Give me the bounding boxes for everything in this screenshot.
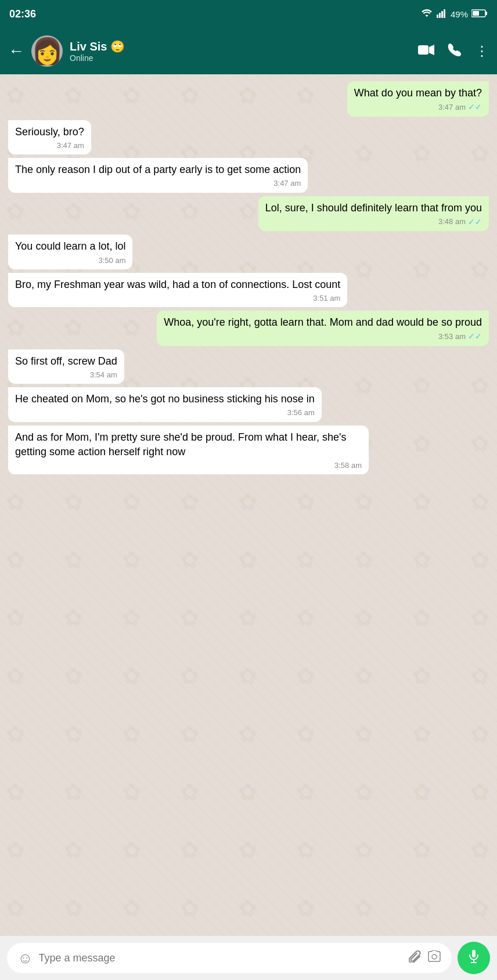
message-row: Whoa, you're right, gotta learn that. Mo… (8, 311, 489, 346)
status-time: 02:36 (9, 8, 36, 20)
camera-button[interactable] (427, 950, 441, 965)
contact-info: Liv Sis 🙄 Online (70, 39, 411, 63)
svg-rect-6 (485, 12, 487, 15)
message-text: You could learn a lot, lol (15, 240, 125, 252)
message-row: So first off, screw Dad3:54 am (8, 350, 489, 384)
contact-status: Online (70, 53, 411, 63)
message-text: Bro, my Freshman year was wild, had a to… (15, 279, 340, 290)
message-row: And as for Mom, I'm pretty sure she'd be… (8, 426, 489, 475)
message-text: Lol, sure, I should definitely learn tha… (265, 202, 482, 214)
svg-marker-8 (429, 45, 434, 55)
chat-body: What do you mean by that?3:47 am✓✓Seriou… (0, 74, 497, 936)
message-text: So first off, screw Dad (15, 355, 117, 367)
svg-point-9 (432, 954, 437, 959)
message-text: Seriously, bro? (15, 126, 84, 138)
contact-avatar: 👩 (31, 35, 63, 67)
incoming-bubble: Seriously, bro?3:47 am (8, 120, 91, 154)
message-row: Seriously, bro?3:47 am (8, 120, 489, 154)
menu-button[interactable]: ⋮ (475, 43, 489, 59)
outgoing-bubble: Lol, sure, I should definitely learn tha… (258, 196, 489, 232)
message-input-wrapper: ☺ (7, 943, 452, 973)
outgoing-bubble: Whoa, you're right, gotta learn that. Mo… (157, 311, 489, 346)
message-time: 3:53 am (438, 332, 466, 342)
contact-name: Liv Sis 🙄 (70, 39, 411, 53)
status-bar: 02:36 49% (0, 0, 497, 28)
message-row: You could learn a lot, lol3:50 am (8, 235, 489, 269)
video-call-button[interactable] (418, 44, 434, 59)
input-bar: ☺ (0, 936, 497, 980)
message-text: Whoa, you're right, gotta learn that. Mo… (164, 316, 482, 328)
message-time: 3:50 am (98, 255, 125, 266)
message-row: Bro, my Freshman year was wild, had a to… (8, 273, 489, 307)
battery-percentage: 49% (451, 9, 468, 19)
incoming-bubble: And as for Mom, I'm pretty sure she'd be… (8, 426, 369, 475)
message-time: 3:58 am (334, 460, 362, 471)
message-time: 3:56 am (287, 408, 315, 418)
svg-rect-3 (444, 9, 445, 18)
message-ticks: ✓✓ (468, 331, 482, 343)
message-text: And as for Mom, I'm pretty sure she'd be… (15, 431, 347, 457)
svg-rect-1 (439, 13, 441, 18)
message-time: 3:47 am (273, 178, 301, 189)
message-input[interactable] (39, 952, 403, 964)
message-row: What do you mean by that?3:47 am✓✓ (8, 81, 489, 117)
incoming-bubble: Bro, my Freshman year was wild, had a to… (8, 273, 347, 307)
svg-rect-7 (418, 45, 428, 55)
header-actions: ⋮ (418, 42, 489, 60)
back-button[interactable]: ← (8, 42, 24, 60)
call-button[interactable] (447, 42, 462, 60)
svg-rect-5 (473, 11, 479, 16)
message-row: Lol, sure, I should definitely learn tha… (8, 196, 489, 232)
emoji-button[interactable]: ☺ (17, 949, 33, 967)
message-text: What do you mean by that? (354, 87, 482, 99)
message-time: 3:47 am (438, 102, 466, 113)
signal-icon (437, 9, 447, 20)
message-ticks: ✓✓ (468, 102, 482, 113)
incoming-bubble: He cheated on Mom, so he's got no busine… (8, 387, 322, 421)
svg-rect-10 (472, 950, 476, 957)
wifi-icon (420, 9, 433, 20)
incoming-bubble: You could learn a lot, lol3:50 am (8, 235, 132, 269)
message-text: The only reason I dip out of a party ear… (15, 164, 301, 175)
incoming-bubble: So first off, screw Dad3:54 am (8, 350, 124, 384)
message-time: 3:51 am (313, 293, 340, 304)
incoming-bubble: The only reason I dip out of a party ear… (8, 158, 308, 192)
mic-icon (467, 949, 481, 967)
message-time: 3:47 am (57, 140, 84, 151)
outgoing-bubble: What do you mean by that?3:47 am✓✓ (347, 81, 489, 117)
message-time: 3:48 am (438, 217, 466, 227)
chat-header: ← 👩 Liv Sis 🙄 Online ⋮ (0, 28, 497, 74)
message-ticks: ✓✓ (468, 217, 482, 228)
svg-rect-2 (441, 11, 443, 18)
mic-button[interactable] (458, 942, 490, 974)
attach-button[interactable] (409, 950, 422, 966)
message-row: He cheated on Mom, so he's got no busine… (8, 387, 489, 421)
battery-icon (471, 9, 488, 19)
message-row: The only reason I dip out of a party ear… (8, 158, 489, 192)
message-time: 3:54 am (90, 370, 117, 380)
status-icons: 49% (420, 9, 488, 20)
message-text: He cheated on Mom, so he's got no busine… (15, 393, 315, 405)
svg-rect-0 (437, 15, 438, 18)
